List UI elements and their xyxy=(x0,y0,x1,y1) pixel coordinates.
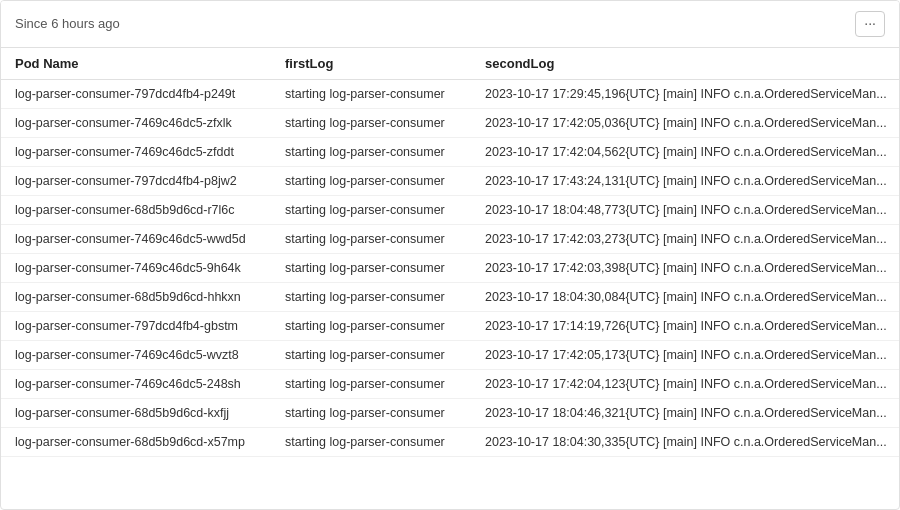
table-row[interactable]: log-parser-consumer-7469c46dc5-wwd5dstar… xyxy=(1,224,899,253)
table-row[interactable]: log-parser-consumer-7469c46dc5-zfddtstar… xyxy=(1,137,899,166)
cell-second-log: 2023-10-17 17:42:03,398{UTC} [main] INFO… xyxy=(471,253,899,282)
cell-pod-name: log-parser-consumer-68d5b9d6cd-hhkxn xyxy=(1,282,271,311)
cell-first-log: starting log-parser-consumer xyxy=(271,340,471,369)
log-table: Pod Name firstLog secondLog log-parser-c… xyxy=(1,48,899,457)
table-row[interactable]: log-parser-consumer-797dcd4fb4-p249tstar… xyxy=(1,79,899,108)
cell-first-log: starting log-parser-consumer xyxy=(271,398,471,427)
time-range-label: Since 6 hours ago xyxy=(15,16,120,31)
cell-pod-name: log-parser-consumer-7469c46dc5-9h64k xyxy=(1,253,271,282)
table-wrapper[interactable]: Pod Name firstLog secondLog log-parser-c… xyxy=(1,48,899,510)
cell-pod-name: log-parser-consumer-7469c46dc5-wwd5d xyxy=(1,224,271,253)
table-row[interactable]: log-parser-consumer-7469c46dc5-zfxlkstar… xyxy=(1,108,899,137)
col-header-pod: Pod Name xyxy=(1,48,271,80)
cell-second-log: 2023-10-17 17:42:03,273{UTC} [main] INFO… xyxy=(471,224,899,253)
cell-pod-name: log-parser-consumer-68d5b9d6cd-r7l6c xyxy=(1,195,271,224)
cell-pod-name: log-parser-consumer-7469c46dc5-248sh xyxy=(1,369,271,398)
cell-first-log: starting log-parser-consumer xyxy=(271,282,471,311)
cell-first-log: starting log-parser-consumer xyxy=(271,369,471,398)
table-row[interactable]: log-parser-consumer-797dcd4fb4-p8jw2star… xyxy=(1,166,899,195)
main-container: Since 6 hours ago ··· Pod Name firstLog … xyxy=(0,0,900,510)
cell-first-log: starting log-parser-consumer xyxy=(271,166,471,195)
table-row[interactable]: log-parser-consumer-68d5b9d6cd-kxfjjstar… xyxy=(1,398,899,427)
cell-first-log: starting log-parser-consumer xyxy=(271,311,471,340)
cell-second-log: 2023-10-17 17:29:45,196{UTC} [main] INFO… xyxy=(471,79,899,108)
cell-second-log: 2023-10-17 18:04:30,335{UTC} [main] INFO… xyxy=(471,427,899,456)
cell-second-log: 2023-10-17 17:42:04,123{UTC} [main] INFO… xyxy=(471,369,899,398)
table-row[interactable]: log-parser-consumer-68d5b9d6cd-r7l6cstar… xyxy=(1,195,899,224)
col-header-second-log: secondLog xyxy=(471,48,899,80)
cell-pod-name: log-parser-consumer-68d5b9d6cd-kxfjj xyxy=(1,398,271,427)
cell-first-log: starting log-parser-consumer xyxy=(271,427,471,456)
cell-second-log: 2023-10-17 18:04:48,773{UTC} [main] INFO… xyxy=(471,195,899,224)
cell-pod-name: log-parser-consumer-68d5b9d6cd-x57mp xyxy=(1,427,271,456)
cell-first-log: starting log-parser-consumer xyxy=(271,79,471,108)
cell-second-log: 2023-10-17 17:42:04,562{UTC} [main] INFO… xyxy=(471,137,899,166)
cell-pod-name: log-parser-consumer-7469c46dc5-zfxlk xyxy=(1,108,271,137)
cell-second-log: 2023-10-17 18:04:46,321{UTC} [main] INFO… xyxy=(471,398,899,427)
cell-second-log: 2023-10-17 17:42:05,173{UTC} [main] INFO… xyxy=(471,340,899,369)
table-row[interactable]: log-parser-consumer-7469c46dc5-248shstar… xyxy=(1,369,899,398)
col-header-first-log: firstLog xyxy=(271,48,471,80)
cell-pod-name: log-parser-consumer-7469c46dc5-wvzt8 xyxy=(1,340,271,369)
cell-pod-name: log-parser-consumer-7469c46dc5-zfddt xyxy=(1,137,271,166)
table-body: log-parser-consumer-797dcd4fb4-p249tstar… xyxy=(1,79,899,456)
cell-second-log: 2023-10-17 17:14:19,726{UTC} [main] INFO… xyxy=(471,311,899,340)
cell-second-log: 2023-10-17 17:43:24,131{UTC} [main] INFO… xyxy=(471,166,899,195)
cell-first-log: starting log-parser-consumer xyxy=(271,253,471,282)
table-row[interactable]: log-parser-consumer-7469c46dc5-9h64kstar… xyxy=(1,253,899,282)
table-row[interactable]: log-parser-consumer-68d5b9d6cd-x57mpstar… xyxy=(1,427,899,456)
cell-pod-name: log-parser-consumer-797dcd4fb4-p8jw2 xyxy=(1,166,271,195)
cell-second-log: 2023-10-17 17:42:05,036{UTC} [main] INFO… xyxy=(471,108,899,137)
cell-pod-name: log-parser-consumer-797dcd4fb4-p249t xyxy=(1,79,271,108)
cell-first-log: starting log-parser-consumer xyxy=(271,195,471,224)
table-row[interactable]: log-parser-consumer-797dcd4fb4-gbstmstar… xyxy=(1,311,899,340)
cell-second-log: 2023-10-17 18:04:30,084{UTC} [main] INFO… xyxy=(471,282,899,311)
cell-pod-name: log-parser-consumer-797dcd4fb4-gbstm xyxy=(1,311,271,340)
table-row[interactable]: log-parser-consumer-7469c46dc5-wvzt8star… xyxy=(1,340,899,369)
cell-first-log: starting log-parser-consumer xyxy=(271,137,471,166)
more-options-button[interactable]: ··· xyxy=(855,11,885,37)
table-header: Since 6 hours ago ··· xyxy=(1,1,899,48)
table-row[interactable]: log-parser-consumer-68d5b9d6cd-hhkxnstar… xyxy=(1,282,899,311)
column-header-row: Pod Name firstLog secondLog xyxy=(1,48,899,80)
cell-first-log: starting log-parser-consumer xyxy=(271,108,471,137)
cell-first-log: starting log-parser-consumer xyxy=(271,224,471,253)
